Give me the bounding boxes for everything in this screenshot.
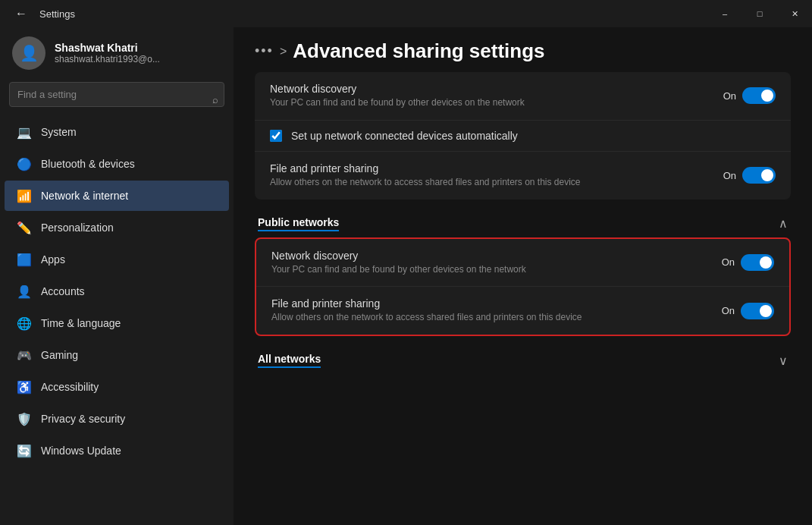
private-file-sharing-text: File and printer sharing Allow others on… <box>270 162 723 189</box>
private-network-discovery-toggle[interactable] <box>742 87 776 104</box>
window-controls: – □ ✕ <box>707 0 812 27</box>
public-network-discovery-toggle-label: On <box>722 256 735 268</box>
sidebar-item-apps-label: Apps <box>41 253 65 266</box>
public-network-discovery-toggle[interactable] <box>741 254 774 271</box>
auto-setup-label: Set up network connected devices automat… <box>291 130 518 142</box>
system-icon: 💻 <box>17 124 32 140</box>
private-file-sharing-row: File and printer sharing Allow others on… <box>255 152 791 200</box>
public-file-sharing-slider <box>741 303 774 319</box>
all-networks-title: All networks <box>258 353 321 368</box>
all-networks-chevron[interactable]: ∨ <box>779 354 788 368</box>
user-info: Shashwat Khatri shashwat.khatri1993@o... <box>55 42 160 64</box>
public-file-sharing-desc: Allow others on the network to access sh… <box>271 311 722 324</box>
privacy-icon: 🛡️ <box>17 411 32 426</box>
public-network-discovery-slider <box>741 254 774 271</box>
search-input[interactable] <box>9 82 224 107</box>
update-icon: 🔄 <box>17 443 32 458</box>
breadcrumb-separator: > <box>280 45 287 58</box>
app-title: Settings <box>39 8 75 20</box>
public-network-discovery-row: Network discovery Your PC can find and b… <box>256 239 789 288</box>
private-network-discovery-desc: Your PC can find and be found by other d… <box>270 96 723 109</box>
private-network-discovery-text: Network discovery Your PC can find and b… <box>270 83 723 109</box>
sidebar-item-accessibility-label: Accessibility <box>41 381 99 393</box>
nav-list: 💻 System 🔵 Bluetooth & devices 📶 Network… <box>0 116 234 467</box>
sidebar-item-gaming-label: Gaming <box>41 349 78 361</box>
public-file-sharing-toggle-wrapper: On <box>722 303 774 319</box>
sidebar-item-update[interactable]: 🔄 Windows Update <box>5 435 229 466</box>
public-file-sharing-row: File and printer sharing Allow others on… <box>256 287 789 335</box>
bluetooth-icon: 🔵 <box>17 156 32 171</box>
breadcrumb-dots[interactable]: ••• <box>255 43 274 59</box>
sidebar-item-personalization[interactable]: ✏️ Personalization <box>5 212 229 243</box>
private-file-sharing-slider <box>742 167 776 184</box>
public-file-sharing-label: File and printer sharing <box>271 297 722 310</box>
accessibility-icon: ♿ <box>17 379 32 395</box>
public-network-discovery-toggle-wrapper: On <box>722 254 774 271</box>
sidebar-item-apps[interactable]: 🟦 Apps <box>5 244 229 275</box>
page-title: Advanced sharing settings <box>293 39 544 63</box>
sidebar-item-privacy-label: Privacy & security <box>41 413 125 425</box>
public-file-sharing-text: File and printer sharing Allow others on… <box>271 297 722 324</box>
public-file-sharing-toggle[interactable] <box>741 303 774 319</box>
close-button[interactable]: ✕ <box>777 0 812 27</box>
private-file-sharing-toggle-label: On <box>723 170 736 181</box>
gaming-icon: 🎮 <box>17 347 32 363</box>
sidebar-item-personalization-label: Personalization <box>41 222 114 234</box>
public-networks-header[interactable]: Public networks ∧ <box>255 206 791 237</box>
sidebar-item-bluetooth[interactable]: 🔵 Bluetooth & devices <box>5 149 229 179</box>
user-email: shashwat.khatri1993@o... <box>55 54 160 64</box>
titlebar: ← Settings – □ ✕ <box>0 0 812 27</box>
sidebar-item-bluetooth-label: Bluetooth & devices <box>41 158 135 170</box>
user-profile[interactable]: 👤 Shashwat Khatri shashwat.khatri1993@o.… <box>0 27 234 82</box>
sidebar-item-time[interactable]: 🌐 Time & language <box>5 308 229 338</box>
auto-setup-row: Set up network connected devices automat… <box>255 121 791 152</box>
search-icon[interactable]: ⌕ <box>212 93 218 105</box>
sidebar-item-network[interactable]: 📶 Network & internet <box>5 181 229 211</box>
sidebar: 👤 Shashwat Khatri shashwat.khatri1993@o.… <box>0 27 234 525</box>
sidebar-item-gaming[interactable]: 🎮 Gaming <box>5 340 229 370</box>
private-network-card: Network discovery Your PC can find and b… <box>255 72 791 200</box>
public-file-sharing-toggle-label: On <box>722 305 735 316</box>
sidebar-item-privacy[interactable]: 🛡️ Privacy & security <box>5 404 229 434</box>
auto-setup-checkbox[interactable] <box>270 130 282 142</box>
public-networks-chevron[interactable]: ∧ <box>779 216 788 231</box>
search-container: ⌕ <box>0 82 234 116</box>
apps-icon: 🟦 <box>17 252 32 267</box>
network-icon: 📶 <box>17 188 32 203</box>
accounts-icon: 👤 <box>17 284 32 299</box>
public-networks-card: Network discovery Your PC can find and b… <box>255 237 791 337</box>
sidebar-item-system-label: System <box>41 126 77 138</box>
time-icon: 🌐 <box>17 316 32 331</box>
private-network-discovery-toggle-label: On <box>723 90 736 102</box>
content-area: ••• > Advanced sharing settings Network … <box>234 27 812 525</box>
sidebar-item-update-label: Windows Update <box>41 445 121 457</box>
private-network-discovery-toggle-wrapper: On <box>723 87 776 104</box>
private-file-sharing-desc: Allow others on the network to access sh… <box>270 176 723 189</box>
avatar: 👤 <box>12 36 45 70</box>
private-file-sharing-toggle-wrapper: On <box>723 167 776 184</box>
content-header: ••• > Advanced sharing settings <box>234 27 812 72</box>
sidebar-item-network-label: Network & internet <box>41 190 128 202</box>
all-networks-header[interactable]: All networks ∨ <box>255 342 791 374</box>
settings-scroll: Network discovery Your PC can find and b… <box>234 72 812 525</box>
sidebar-item-time-label: Time & language <box>41 317 121 329</box>
public-network-discovery-text: Network discovery Your PC can find and b… <box>271 250 722 276</box>
maximize-button[interactable]: □ <box>742 0 777 27</box>
private-file-sharing-label: File and printer sharing <box>270 162 723 174</box>
personalization-icon: ✏️ <box>17 220 32 235</box>
sidebar-item-system[interactable]: 💻 System <box>5 117 229 147</box>
private-network-discovery-slider <box>742 87 776 104</box>
public-networks-title: Public networks <box>258 216 339 231</box>
private-file-sharing-toggle[interactable] <box>742 167 776 184</box>
back-button[interactable]: ← <box>9 4 33 24</box>
private-network-discovery-row: Network discovery Your PC can find and b… <box>255 72 791 121</box>
public-network-discovery-desc: Your PC can find and be found by other d… <box>271 263 722 276</box>
public-network-discovery-label: Network discovery <box>271 250 722 262</box>
private-network-discovery-label: Network discovery <box>270 83 723 95</box>
minimize-button[interactable]: – <box>707 0 742 27</box>
sidebar-item-accounts-label: Accounts <box>41 285 85 297</box>
avatar-icon: 👤 <box>20 44 39 62</box>
main-layout: 👤 Shashwat Khatri shashwat.khatri1993@o.… <box>0 27 812 525</box>
sidebar-item-accounts[interactable]: 👤 Accounts <box>5 276 229 307</box>
sidebar-item-accessibility[interactable]: ♿ Accessibility <box>5 372 229 402</box>
